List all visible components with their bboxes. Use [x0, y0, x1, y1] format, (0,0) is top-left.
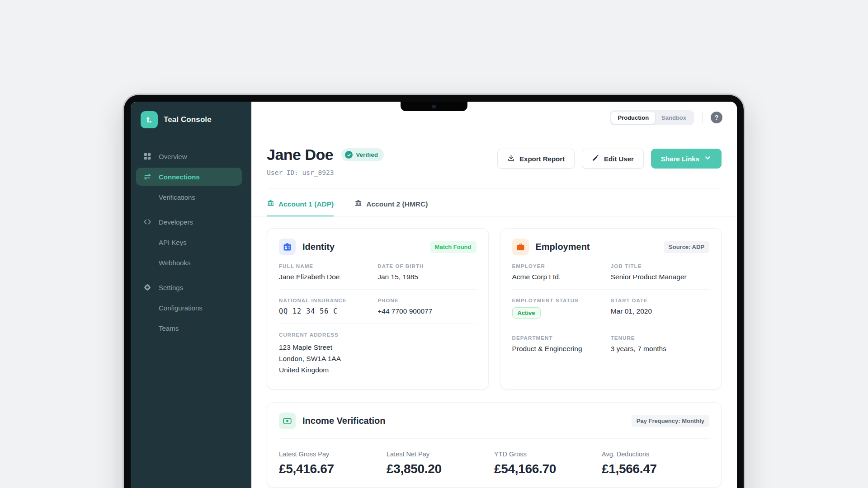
bank-icon [267, 199, 274, 209]
tab-label: Account 2 (HMRC) [366, 200, 428, 208]
stat-latest-gross-pay: Latest Gross Pay £5,416.67 [279, 450, 387, 476]
field-tenure: TENURE 3 years, 7 months [611, 335, 709, 353]
stat-value: £5,416.67 [279, 462, 387, 476]
sidebar-item-overview[interactable]: Overview [136, 147, 242, 165]
cards-row: Identity Match Found FULL NAME Jane Eliz… [251, 216, 737, 389]
account-tabs: Account 1 (ADP) Account 2 (HMRC) [251, 199, 737, 216]
income-stats: Latest Gross Pay £5,416.67 Latest Net Pa… [279, 439, 709, 476]
chevron-down-icon [704, 154, 712, 163]
user-header-left: Jane Doe Verified User ID: usr_8923 [267, 146, 384, 176]
laptop-frame: t. Teal Console Overview Connections [123, 94, 745, 488]
bank-icon [354, 199, 362, 209]
field-label: PHONE [377, 298, 476, 303]
edit-user-button[interactable]: Edit User [582, 149, 644, 169]
stat-label: Latest Gross Pay [279, 450, 387, 458]
sidebar: t. Teal Console Overview Connections [131, 102, 251, 488]
field-label: NATIONAL INSURANCE [279, 298, 377, 303]
grid-icon [143, 152, 151, 160]
field-value: +44 7700 900077 [377, 307, 476, 315]
field-value: Mar 01, 2020 [611, 307, 709, 315]
tab-account-2-hmrc[interactable]: Account 2 (HMRC) [354, 199, 428, 216]
address-line: London, SW1A 1AA [279, 353, 377, 364]
field-value: Product & Engineering [512, 345, 611, 353]
help-icon[interactable]: ? [711, 112, 722, 123]
export-report-button[interactable]: Export Report [497, 149, 575, 169]
brand: t. Teal Console [131, 111, 251, 128]
app-name: Teal Console [164, 115, 212, 124]
field-date-of-birth: DATE OF BIRTH Jan 15, 1985 [377, 263, 476, 281]
stat-label: Avg. Deductions [602, 450, 709, 458]
briefcase-icon [512, 239, 529, 255]
field-current-address: CURRENT ADDRESS 123 Maple Street London,… [279, 332, 377, 375]
sidebar-item-configurations[interactable]: Configurations [136, 299, 242, 317]
field-department: DEPARTMENT Product & Engineering [512, 335, 611, 353]
pay-frequency-badge: Pay Frequency: Monthly [632, 415, 709, 427]
env-production-button[interactable]: Production [611, 112, 655, 124]
transfer-arrows-icon [143, 173, 151, 181]
user-header: Jane Doe Verified User ID: usr_8923 [251, 128, 737, 176]
app-logo: t. [141, 111, 158, 128]
sidebar-item-settings[interactable]: Settings [136, 278, 242, 296]
source-badge: Source: ADP [664, 241, 709, 253]
sidebar-item-webhooks[interactable]: Webhooks [136, 253, 242, 272]
stat-label: Latest Net Pay [387, 450, 494, 458]
field-job-title: JOB TITLE Senior Product Manager [611, 263, 709, 281]
field-value: Jan 15, 1985 [377, 273, 476, 281]
field-value: QQ 12 34 56 C [279, 307, 377, 315]
field-label: JOB TITLE [611, 263, 709, 269]
sidebar-item-label: Teams [159, 324, 179, 332]
stat-value: £3,850.20 [387, 462, 494, 476]
field-phone: PHONE +44 7700 900077 [377, 298, 476, 315]
field-label: START DATE [611, 298, 709, 303]
verified-badge: Verified [341, 148, 384, 161]
field-label: TENURE [611, 335, 709, 341]
field-label: EMPLOYER [512, 263, 611, 269]
field-label: DATE OF BIRTH [377, 263, 476, 269]
laptop-notch [401, 102, 467, 111]
field-employer: EMPLOYER Acme Corp Ltd. [512, 263, 611, 281]
sidebar-item-verifications[interactable]: Verifications [136, 188, 242, 206]
env-sandbox-button[interactable]: Sandbox [655, 112, 693, 124]
share-links-label: Share Links [661, 155, 699, 163]
tab-account-1-adp[interactable]: Account 1 (ADP) [267, 199, 334, 216]
identity-card: Identity Match Found FULL NAME Jane Eliz… [267, 228, 489, 389]
header-actions: Export Report Edit User Share Links [497, 149, 722, 169]
sidebar-item-label: API Keys [159, 239, 187, 246]
check-circle-icon [345, 151, 353, 159]
edit-user-label: Edit User [604, 155, 634, 163]
sidebar-item-developers[interactable]: Developers [136, 213, 242, 231]
sidebar-item-label: Overview [159, 153, 187, 160]
field-label: CURRENT ADDRESS [279, 332, 377, 338]
export-report-label: Export Report [519, 155, 565, 163]
field-start-date: START DATE Mar 01, 2020 [611, 298, 709, 319]
address-line: United Kingdom [279, 364, 377, 375]
sidebar-item-api-keys[interactable]: API Keys [136, 233, 242, 251]
gear-icon [143, 283, 151, 291]
stat-label: YTD Gross [494, 450, 602, 458]
field-value: 3 years, 7 months [611, 345, 709, 353]
pencil-icon [592, 154, 599, 163]
match-found-badge: Match Found [430, 241, 476, 253]
id-badge-icon [279, 239, 296, 255]
sidebar-item-label: Configurations [159, 304, 203, 312]
field-employment-status: EMPLOYMENT STATUS Active [512, 298, 611, 319]
share-links-button[interactable]: Share Links [651, 149, 722, 169]
stat-avg-deductions: Avg. Deductions £1,566.47 [602, 450, 709, 476]
field-label: FULL NAME [279, 263, 377, 269]
topbar-divider [702, 112, 703, 123]
field-full-name: FULL NAME Jane Elizabeth Doe [279, 263, 377, 281]
identity-card-title: Identity [302, 242, 335, 252]
status-badge: Active [512, 307, 541, 319]
field-label: EMPLOYMENT STATUS [512, 298, 611, 303]
field-value: Acme Corp Ltd. [512, 273, 611, 281]
main-content: Production Sandbox ? Jane Doe Verified [251, 102, 737, 488]
tab-label: Account 1 (ADP) [278, 200, 334, 208]
app-window: t. Teal Console Overview Connections [131, 102, 737, 488]
sidebar-nav: Overview Connections Verifications Devel… [131, 147, 251, 339]
sidebar-item-label: Developers [159, 218, 193, 226]
sidebar-item-teams[interactable]: Teams [136, 319, 242, 337]
sidebar-item-label: Settings [159, 284, 183, 291]
sidebar-item-connections[interactable]: Connections [136, 168, 242, 186]
header-divider [267, 188, 722, 188]
stat-latest-net-pay: Latest Net Pay £3,850.20 [387, 450, 494, 476]
